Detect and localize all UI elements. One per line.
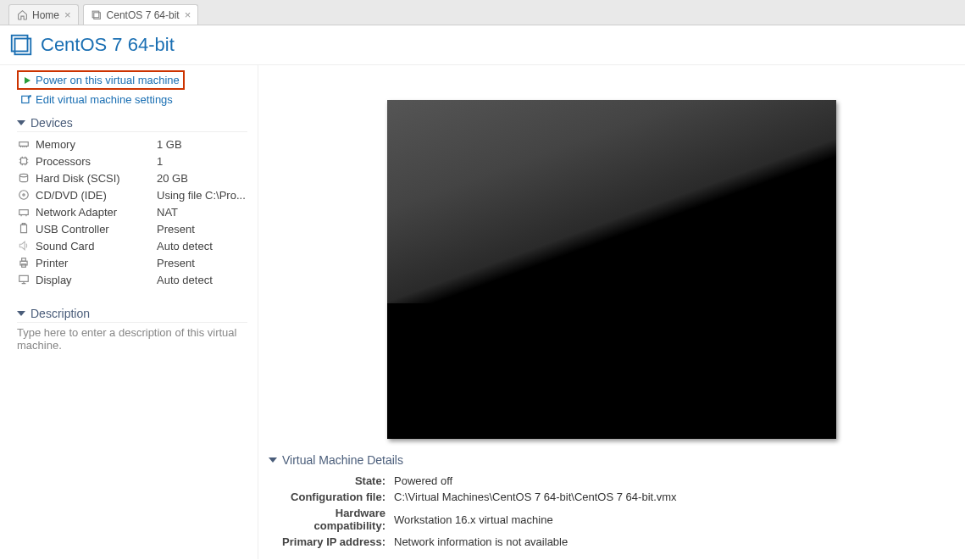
play-icon bbox=[22, 75, 32, 86]
preview-area bbox=[258, 65, 965, 440]
device-row[interactable]: Hard Disk (SCSI)20 GB bbox=[17, 169, 247, 186]
detail-label: Primary IP address: bbox=[270, 535, 389, 549]
side-panel: Power on this virtual machine Edit virtu… bbox=[0, 65, 258, 559]
chevron-down-icon bbox=[269, 457, 277, 463]
vm-icon bbox=[91, 9, 103, 21]
close-icon[interactable]: × bbox=[185, 8, 191, 21]
device-row[interactable]: DisplayAuto detect bbox=[17, 271, 247, 288]
details-section-header[interactable]: Virtual Machine Details bbox=[269, 453, 957, 469]
display-icon bbox=[17, 273, 31, 286]
devices-table: Memory1 GB Processors1 Hard Disk (SCSI)2… bbox=[17, 136, 247, 288]
chevron-down-icon bbox=[17, 120, 25, 125]
svg-rect-6 bbox=[21, 158, 27, 164]
cd-icon bbox=[17, 188, 31, 202]
sound-icon bbox=[17, 239, 31, 252]
svg-rect-4 bbox=[22, 96, 29, 103]
cpu-icon bbox=[17, 154, 31, 168]
device-row[interactable]: PrinterPresent bbox=[17, 254, 247, 271]
svg-rect-12 bbox=[22, 224, 25, 225]
vm-title-bar: CentOS 7 64-bit bbox=[0, 25, 965, 65]
detail-value: C:\Virtual Machines\CentOS 7 64-bit\Cent… bbox=[391, 490, 680, 504]
detail-value: Network information is not available bbox=[391, 535, 680, 549]
memory-icon bbox=[17, 137, 31, 151]
devices-section-header[interactable]: Devices bbox=[17, 116, 247, 132]
device-row[interactable]: Memory1 GB bbox=[17, 136, 247, 152]
svg-point-8 bbox=[19, 191, 29, 200]
usb-icon bbox=[17, 222, 31, 236]
details-section-label: Virtual Machine Details bbox=[282, 453, 403, 467]
home-icon bbox=[16, 9, 28, 21]
detail-label: Configuration file: bbox=[270, 490, 389, 504]
device-row[interactable]: Sound CardAuto detect bbox=[17, 237, 247, 254]
power-on-highlight: Power on this virtual machine bbox=[17, 70, 185, 90]
svg-rect-11 bbox=[21, 225, 27, 232]
detail-value: Workstation 16.x virtual machine bbox=[391, 506, 680, 533]
tab-home-label: Home bbox=[32, 9, 59, 21]
vm-details: Virtual Machine Details State:Powered of… bbox=[258, 440, 965, 559]
detail-value: Powered off bbox=[391, 474, 680, 488]
close-icon[interactable]: × bbox=[64, 8, 71, 21]
tab-bar: Home × CentOS 7 64-bit × bbox=[0, 0, 965, 25]
svg-rect-14 bbox=[22, 258, 26, 262]
chevron-down-icon bbox=[17, 311, 25, 316]
hdd-icon bbox=[17, 171, 31, 185]
tab-vm-label: CentOS 7 64-bit bbox=[107, 9, 180, 21]
network-icon bbox=[17, 205, 31, 219]
svg-rect-5 bbox=[19, 142, 29, 147]
vm-screen-preview[interactable] bbox=[387, 100, 836, 439]
tab-home[interactable]: Home × bbox=[8, 4, 79, 25]
tab-vm[interactable]: CentOS 7 64-bit × bbox=[83, 4, 199, 25]
vm-icon bbox=[8, 32, 34, 58]
devices-section-label: Devices bbox=[31, 116, 73, 130]
svg-point-9 bbox=[23, 194, 25, 196]
description-placeholder[interactable]: Type here to enter a description of this… bbox=[17, 326, 247, 352]
page-title: CentOS 7 64-bit bbox=[41, 34, 175, 56]
svg-rect-16 bbox=[19, 275, 29, 281]
power-on-link[interactable]: Power on this virtual machine bbox=[36, 74, 180, 86]
device-row[interactable]: Network AdapterNAT bbox=[17, 203, 247, 220]
description-section-header[interactable]: Description bbox=[17, 307, 247, 323]
svg-rect-10 bbox=[19, 210, 29, 215]
detail-label: State: bbox=[270, 474, 389, 488]
svg-point-7 bbox=[19, 174, 27, 177]
device-row[interactable]: USB ControllerPresent bbox=[17, 220, 247, 237]
printer-icon bbox=[17, 256, 31, 269]
device-row[interactable]: Processors1 bbox=[17, 152, 247, 169]
edit-icon bbox=[20, 94, 32, 106]
description-section-label: Description bbox=[31, 307, 90, 320]
detail-label: Hardware compatibility: bbox=[270, 506, 389, 533]
edit-settings-link[interactable]: Edit virtual machine settings bbox=[36, 93, 173, 106]
device-row[interactable]: CD/DVD (IDE)Using file C:\Pro... bbox=[17, 186, 247, 203]
